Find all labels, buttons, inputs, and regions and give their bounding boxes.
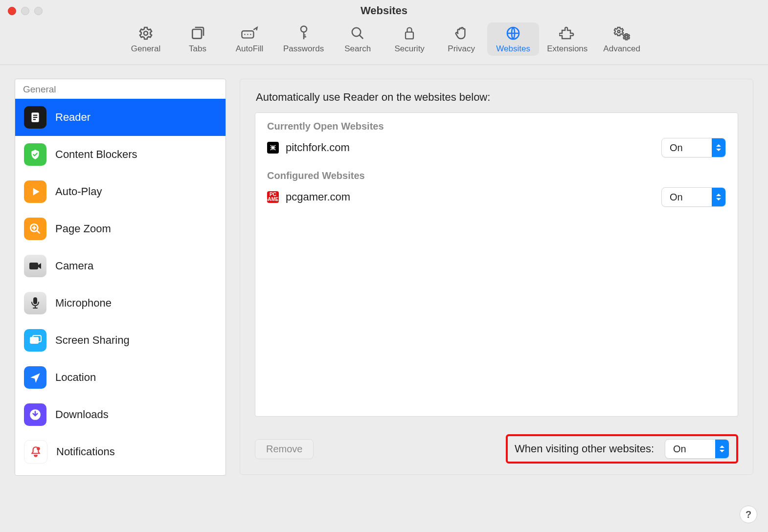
svg-point-0 bbox=[144, 31, 148, 35]
remove-button[interactable]: Remove bbox=[255, 439, 314, 459]
reader-select-pitchfork[interactable]: On bbox=[661, 138, 726, 157]
tabs-icon bbox=[189, 25, 206, 41]
reader-select-pcgamer[interactable]: On bbox=[661, 187, 726, 207]
help-icon: ? bbox=[745, 509, 751, 520]
help-button[interactable]: ? bbox=[740, 506, 757, 523]
sidebar-item-auto-play[interactable]: Auto-Play bbox=[15, 173, 226, 210]
svg-rect-17 bbox=[29, 263, 38, 269]
autofill-icon bbox=[241, 25, 258, 41]
tab-passwords[interactable]: Passwords bbox=[275, 22, 332, 56]
sidebar-item-content-blockers[interactable]: Content Blockers bbox=[15, 136, 226, 173]
zoom-window-button[interactable] bbox=[34, 7, 43, 15]
favicon-pitchfork bbox=[267, 142, 279, 154]
svg-point-6 bbox=[301, 26, 307, 32]
tab-advanced-label: Advanced bbox=[603, 44, 640, 54]
tab-search[interactable]: Search bbox=[332, 22, 384, 56]
sidebar-item-label: Notifications bbox=[56, 445, 115, 458]
search-icon bbox=[349, 25, 366, 41]
minimize-window-button[interactable] bbox=[21, 7, 29, 15]
sidebar-item-screen-sharing[interactable]: Screen Sharing bbox=[15, 322, 226, 359]
tab-passwords-label: Passwords bbox=[283, 44, 324, 54]
microphone-icon bbox=[24, 292, 46, 314]
play-icon bbox=[24, 180, 46, 203]
bell-icon bbox=[24, 440, 47, 464]
svg-point-11 bbox=[625, 36, 628, 38]
section-configured-header: Configured Websites bbox=[255, 162, 738, 182]
tab-autofill-label: AutoFill bbox=[236, 44, 264, 54]
svg-point-22 bbox=[37, 447, 40, 450]
sidebar-section-header: General bbox=[15, 79, 226, 99]
close-window-button[interactable] bbox=[8, 7, 16, 15]
tab-tabs-label: Tabs bbox=[189, 44, 206, 54]
svg-point-4 bbox=[247, 34, 248, 35]
sidebar-item-label: Page Zoom bbox=[55, 222, 111, 235]
svg-rect-14 bbox=[33, 117, 38, 118]
hand-icon bbox=[452, 25, 470, 41]
tab-advanced[interactable]: Advanced bbox=[595, 22, 648, 56]
titlebar: Websites bbox=[0, 0, 768, 22]
gear-icon bbox=[137, 25, 155, 41]
chevron-updown-icon bbox=[712, 188, 725, 206]
tab-extensions[interactable]: Extensions bbox=[539, 22, 595, 56]
panel-footer: Remove When visiting other websites: On bbox=[255, 434, 738, 464]
sidebar-item-location[interactable]: Location bbox=[15, 359, 226, 396]
svg-rect-15 bbox=[33, 119, 36, 120]
tab-privacy-label: Privacy bbox=[448, 44, 475, 54]
tab-autofill[interactable]: AutoFill bbox=[224, 22, 275, 56]
sidebar-item-microphone[interactable]: Microphone bbox=[15, 285, 226, 322]
tab-privacy[interactable]: Privacy bbox=[435, 22, 487, 56]
sidebar-item-label: Downloads bbox=[55, 408, 109, 421]
svg-point-7 bbox=[352, 28, 361, 37]
other-websites-label: When visiting other websites: bbox=[515, 443, 654, 455]
tab-search-label: Search bbox=[344, 44, 371, 54]
lock-icon bbox=[401, 25, 418, 41]
favicon-pcgamer: PCGAMER bbox=[267, 191, 279, 203]
sidebar-item-camera[interactable]: Camera bbox=[15, 247, 226, 285]
sidebar-item-downloads[interactable]: Downloads bbox=[15, 396, 226, 433]
tab-websites-label: Websites bbox=[496, 44, 530, 54]
svg-rect-13 bbox=[33, 115, 38, 116]
websites-list: Currently Open Websites pitchfork.com On… bbox=[255, 112, 738, 417]
sidebar-item-label: Microphone bbox=[55, 297, 112, 310]
site-row[interactable]: PCGAMER pcgamer.com On bbox=[255, 182, 738, 212]
sidebar-item-page-zoom[interactable]: Page Zoom bbox=[15, 210, 226, 247]
svg-rect-8 bbox=[406, 32, 413, 39]
globe-icon bbox=[504, 25, 522, 41]
svg-point-10 bbox=[618, 30, 620, 33]
reader-icon bbox=[24, 106, 46, 129]
svg-rect-1 bbox=[192, 29, 202, 39]
sidebar-item-label: Camera bbox=[55, 260, 93, 272]
sidebar-item-label: Reader bbox=[55, 111, 90, 124]
window-traffic-lights bbox=[8, 7, 43, 15]
svg-rect-18 bbox=[33, 297, 37, 304]
preferences-toolbar: General Tabs AutoFill Passwords Search S… bbox=[0, 22, 768, 65]
main-panel: Automatically use Reader on the websites… bbox=[240, 79, 753, 475]
svg-point-5 bbox=[250, 34, 251, 35]
site-row[interactable]: pitchfork.com On bbox=[255, 133, 738, 162]
svg-rect-19 bbox=[30, 337, 39, 344]
sidebar-item-label: Auto-Play bbox=[55, 185, 102, 198]
shield-icon bbox=[24, 143, 46, 166]
downloads-icon bbox=[24, 403, 46, 426]
site-domain: pcgamer.com bbox=[286, 191, 350, 203]
sidebar-item-label: Location bbox=[55, 371, 96, 384]
tab-general-label: General bbox=[131, 44, 160, 54]
select-value: On bbox=[665, 443, 715, 455]
chevron-updown-icon bbox=[712, 138, 725, 157]
other-websites-select[interactable]: On bbox=[665, 439, 729, 459]
tab-websites[interactable]: Websites bbox=[487, 22, 539, 56]
panel-intro: Automatically use Reader on the websites… bbox=[256, 91, 738, 104]
tab-security-label: Security bbox=[394, 44, 424, 54]
sidebar-item-label: Content Blockers bbox=[55, 148, 137, 161]
sidebar-item-label: Screen Sharing bbox=[55, 334, 130, 347]
tab-general[interactable]: General bbox=[120, 22, 172, 56]
sidebar-item-notifications[interactable]: Notifications bbox=[15, 433, 226, 470]
sidebar-item-reader[interactable]: Reader bbox=[15, 99, 226, 136]
key-icon bbox=[295, 25, 313, 41]
window-title: Websites bbox=[0, 4, 768, 17]
screen-sharing-icon bbox=[24, 329, 46, 352]
select-value: On bbox=[662, 142, 712, 154]
gears-icon bbox=[613, 25, 631, 41]
tab-tabs[interactable]: Tabs bbox=[172, 22, 224, 56]
tab-security[interactable]: Security bbox=[384, 22, 435, 56]
